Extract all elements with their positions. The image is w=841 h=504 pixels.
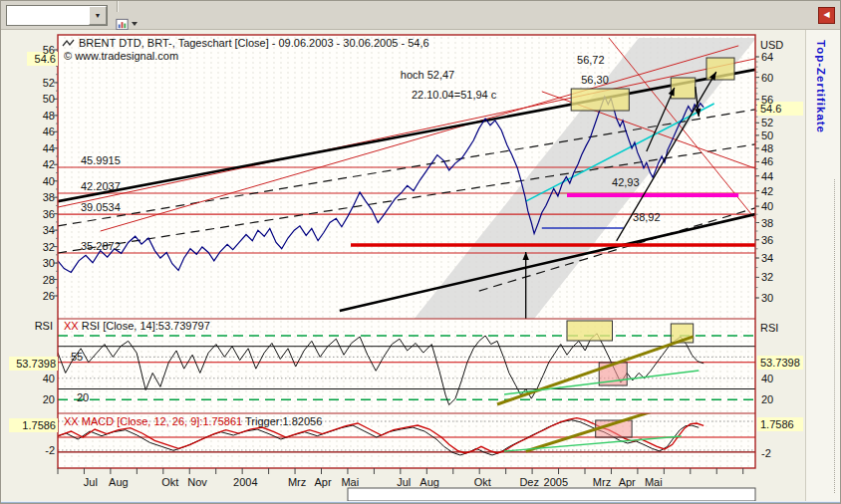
- annotation-box[interactable]: [571, 89, 629, 111]
- right-axis-tick-label: 34: [761, 252, 773, 264]
- left-axis-tick-label: 34: [43, 224, 55, 236]
- macd-axis-tick: -2: [45, 444, 55, 456]
- toolbar-separator: [117, 0, 119, 12]
- month-label: Okt: [161, 476, 178, 488]
- month-label: Mrz: [593, 476, 611, 488]
- left-axis-tick-label: 52: [43, 77, 55, 89]
- month-label: Apr: [619, 476, 636, 488]
- right-axis-tick-label: 44: [761, 170, 773, 182]
- chart-annotation-label: 42,93: [612, 176, 640, 188]
- annotation-box[interactable]: [567, 321, 613, 341]
- month-label: 2004: [233, 476, 257, 488]
- right-axis-tick-label: 52: [761, 117, 773, 128]
- month-label: Jul: [84, 476, 98, 488]
- left-axis-tick-label: 40: [43, 175, 55, 187]
- chart-annotation-label: 56,30: [581, 74, 609, 86]
- rsi-axis-tick: 40: [761, 373, 773, 384]
- support-level-label: 35.2872: [81, 240, 121, 252]
- chart-annotation-label: 22.10.04=51,94 c: [412, 89, 497, 101]
- left-axis-tick-label: 26: [43, 290, 55, 302]
- month-label: Mai: [341, 476, 359, 488]
- left-axis-tick-label: 44: [43, 142, 55, 154]
- rsi-left-label: RSI: [35, 320, 53, 332]
- month-label: Aug: [109, 476, 129, 488]
- chart-annotation-label: hoch 52,47: [401, 69, 454, 81]
- month-label: Okt: [474, 476, 491, 488]
- right-axis-tick-label: 42: [761, 185, 773, 197]
- horizontal-scrollbar[interactable]: [348, 488, 755, 501]
- left-axis-tick-label: 30: [43, 257, 55, 269]
- month-label: Apr: [314, 476, 331, 488]
- current-price-left: 54.6: [35, 53, 56, 65]
- left-axis-tick-label: 32: [43, 241, 55, 253]
- right-axis-tick-label: 60: [761, 72, 773, 84]
- left-axis-tick-label: 36: [43, 208, 55, 220]
- chart-annotation-label: 56,72: [577, 54, 605, 66]
- tradesignal-window: ▼ ? ◀ hoch 52,4722.10.04=51,94 c56,7256,…: [0, 0, 841, 504]
- current-price-right: 54.6: [760, 103, 781, 115]
- rsi-right-label: RSI: [760, 322, 778, 334]
- chart-area: hoch 52,4722.10.04=51,94 c56,7256,3042,9…: [1, 30, 805, 501]
- left-axis-tick-label: 48: [43, 110, 55, 122]
- month-label: Jul: [397, 476, 411, 488]
- month-label: Mai: [645, 476, 663, 488]
- month-label: Aug: [420, 476, 439, 488]
- macd-value-right: 1.7586: [760, 418, 794, 430]
- right-axis-tick-label: 32: [761, 271, 773, 283]
- side-panel-title[interactable]: Top-Zertifikate: [815, 40, 827, 133]
- macd-value-left: 1.7586: [22, 419, 56, 431]
- macd-axis-tick: -2: [761, 447, 771, 459]
- chart-annotation-label: 38,92: [633, 211, 661, 223]
- left-axis-tick-label: 50: [43, 93, 55, 105]
- chart-title: BRENT DTD, BRT-, Tageschart [Close] - 09…: [79, 37, 429, 49]
- price-chart: hoch 52,4722.10.04=51,94 c56,7256,3042,9…: [1, 30, 808, 501]
- support-level-label: 45.9915: [81, 154, 121, 166]
- support-level-label: 39.0534: [81, 201, 121, 213]
- collapse-side-panel-button[interactable]: ◀: [818, 7, 835, 24]
- copyright-label: © www.tradesignal.com: [64, 50, 178, 62]
- rsi-value-left: 53.7398: [16, 358, 56, 370]
- month-label: 2005: [544, 476, 568, 488]
- symbol-combobox[interactable]: ▼: [6, 5, 108, 26]
- combobox-dropdown-icon[interactable]: ▼: [89, 6, 107, 25]
- rsi-axis-tick: 40: [43, 373, 55, 384]
- left-axis-tick-label: 28: [43, 274, 55, 286]
- support-level-label: 42.2037: [81, 180, 121, 192]
- right-axis-tick-label: 64: [761, 51, 773, 63]
- chart-workspace: hoch 52,4722.10.04=51,94 c56,7256,3042,9…: [1, 30, 840, 501]
- right-axis-tick-label: 30: [761, 292, 773, 304]
- rsi-red-level-label: 55: [71, 351, 83, 363]
- rsi-axis-tick: 20: [43, 393, 55, 405]
- right-axis-tick-label: 48: [761, 142, 773, 154]
- side-panel-divider: [834, 179, 835, 493]
- month-label: Nov: [187, 476, 207, 488]
- macd-title: XX MACD [Close, 12, 26, 9]:1.75861 Trigg…: [64, 415, 322, 427]
- toolbar: ▼ ? ◀: [1, 1, 840, 30]
- right-axis-unit-label: USD: [760, 39, 783, 51]
- right-axis-tick-label: 50: [761, 129, 773, 141]
- right-axis-tick-label: 46: [761, 155, 773, 167]
- rsi-green-level-label: 20: [77, 391, 89, 403]
- left-axis-tick-label: 38: [43, 191, 55, 203]
- month-label: Dez: [519, 476, 539, 488]
- right-axis-tick-label: 40: [761, 200, 773, 212]
- right-axis-tick-label: 38: [761, 217, 773, 229]
- right-axis-tick-label: 36: [761, 234, 773, 246]
- left-axis-tick-label: 42: [43, 158, 55, 170]
- right-side-panel: Top-Zertifikate: [805, 30, 840, 501]
- rsi-title: XX RSI [Close, 14]:53.739797: [64, 320, 210, 332]
- month-label: Mrz: [288, 476, 306, 488]
- left-axis-tick-label: 46: [43, 126, 55, 137]
- rsi-axis-tick: 20: [761, 393, 773, 405]
- rsi-value-right: 53.7398: [760, 357, 800, 369]
